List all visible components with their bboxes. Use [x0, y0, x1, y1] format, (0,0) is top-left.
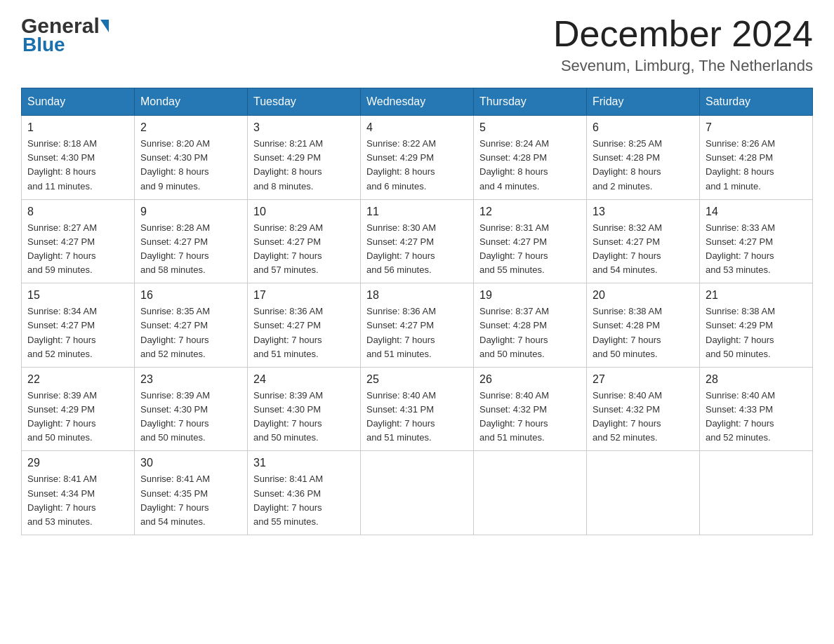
day-number: 6 — [593, 121, 694, 134]
calendar-cell: 25Sunrise: 8:40 AMSunset: 4:31 PMDayligh… — [361, 367, 474, 451]
day-number: 28 — [706, 373, 807, 386]
calendar-table: SundayMondayTuesdayWednesdayThursdayFrid… — [21, 88, 813, 535]
day-info: Sunrise: 8:40 AMSunset: 4:32 PMDaylight:… — [479, 390, 549, 443]
day-info: Sunrise: 8:33 AMSunset: 4:27 PMDaylight:… — [706, 222, 775, 275]
day-number: 26 — [479, 373, 581, 386]
day-info: Sunrise: 8:40 AMSunset: 4:31 PMDaylight:… — [366, 390, 436, 443]
calendar-cell: 13Sunrise: 8:32 AMSunset: 4:27 PMDayligh… — [587, 199, 700, 283]
logo-blue-text: Blue — [21, 35, 65, 55]
day-info: Sunrise: 8:34 AMSunset: 4:27 PMDaylight:… — [27, 306, 97, 358]
day-number: 30 — [140, 457, 241, 469]
day-number: 27 — [593, 373, 694, 386]
day-info: Sunrise: 8:36 AMSunset: 4:27 PMDaylight:… — [253, 306, 323, 358]
calendar-cell: 31Sunrise: 8:41 AMSunset: 4:36 PMDayligh… — [248, 451, 361, 535]
day-info: Sunrise: 8:38 AMSunset: 4:28 PMDaylight:… — [593, 306, 662, 358]
day-number: 19 — [479, 289, 581, 302]
calendar-cell: 29Sunrise: 8:41 AMSunset: 4:34 PMDayligh… — [22, 451, 135, 535]
calendar-cell: 20Sunrise: 8:38 AMSunset: 4:28 PMDayligh… — [587, 283, 700, 368]
day-number: 20 — [593, 289, 694, 302]
day-info: Sunrise: 8:38 AMSunset: 4:29 PMDaylight:… — [706, 306, 775, 358]
calendar-cell: 19Sunrise: 8:37 AMSunset: 4:28 PMDayligh… — [474, 283, 587, 368]
day-info: Sunrise: 8:26 AMSunset: 4:28 PMDaylight:… — [706, 138, 775, 191]
calendar-cell: 12Sunrise: 8:31 AMSunset: 4:27 PMDayligh… — [474, 199, 587, 283]
day-info: Sunrise: 8:21 AMSunset: 4:29 PMDaylight:… — [253, 138, 323, 191]
day-info: Sunrise: 8:28 AMSunset: 4:27 PMDaylight:… — [140, 222, 210, 275]
day-number: 10 — [253, 206, 355, 218]
calendar-cell: 16Sunrise: 8:35 AMSunset: 4:27 PMDayligh… — [135, 283, 248, 368]
day-info: Sunrise: 8:39 AMSunset: 4:29 PMDaylight:… — [27, 390, 97, 443]
logo: General Blue — [21, 14, 109, 55]
calendar-cell: 24Sunrise: 8:39 AMSunset: 4:30 PMDayligh… — [248, 367, 361, 451]
calendar-cell: 15Sunrise: 8:34 AMSunset: 4:27 PMDayligh… — [22, 283, 135, 368]
day-number: 17 — [253, 289, 355, 302]
day-info: Sunrise: 8:40 AMSunset: 4:32 PMDaylight:… — [593, 390, 662, 443]
day-number: 1 — [27, 121, 128, 134]
day-info: Sunrise: 8:39 AMSunset: 4:30 PMDaylight:… — [140, 390, 210, 443]
day-info: Sunrise: 8:29 AMSunset: 4:27 PMDaylight:… — [253, 222, 323, 275]
day-info: Sunrise: 8:32 AMSunset: 4:27 PMDaylight:… — [593, 222, 662, 275]
logo-arrow-icon — [100, 20, 109, 32]
calendar-cell: 2Sunrise: 8:20 AMSunset: 4:30 PMDaylight… — [135, 116, 248, 200]
calendar-week-row: 8Sunrise: 8:27 AMSunset: 4:27 PMDaylight… — [22, 199, 813, 283]
calendar-cell — [587, 451, 700, 535]
calendar-header-saturday: Saturday — [700, 88, 813, 116]
day-number: 5 — [479, 121, 581, 134]
calendar-cell: 21Sunrise: 8:38 AMSunset: 4:29 PMDayligh… — [700, 283, 813, 368]
day-number: 18 — [366, 289, 468, 302]
subtitle: Sevenum, Limburg, The Netherlands — [553, 57, 813, 75]
calendar-cell: 14Sunrise: 8:33 AMSunset: 4:27 PMDayligh… — [700, 199, 813, 283]
calendar-week-row: 15Sunrise: 8:34 AMSunset: 4:27 PMDayligh… — [22, 283, 813, 368]
calendar-cell: 27Sunrise: 8:40 AMSunset: 4:32 PMDayligh… — [587, 367, 700, 451]
day-number: 9 — [140, 206, 241, 218]
day-info: Sunrise: 8:35 AMSunset: 4:27 PMDaylight:… — [140, 306, 210, 358]
day-info: Sunrise: 8:18 AMSunset: 4:30 PMDaylight:… — [27, 138, 97, 191]
day-number: 22 — [27, 373, 128, 386]
calendar-cell: 9Sunrise: 8:28 AMSunset: 4:27 PMDaylight… — [135, 199, 248, 283]
calendar-cell: 1Sunrise: 8:18 AMSunset: 4:30 PMDaylight… — [22, 116, 135, 200]
calendar-week-row: 22Sunrise: 8:39 AMSunset: 4:29 PMDayligh… — [22, 367, 813, 451]
day-info: Sunrise: 8:31 AMSunset: 4:27 PMDaylight:… — [479, 222, 549, 275]
day-info: Sunrise: 8:22 AMSunset: 4:29 PMDaylight:… — [366, 138, 436, 191]
calendar-week-row: 1Sunrise: 8:18 AMSunset: 4:30 PMDaylight… — [22, 116, 813, 200]
calendar-cell: 26Sunrise: 8:40 AMSunset: 4:32 PMDayligh… — [474, 367, 587, 451]
calendar-cell — [474, 451, 587, 535]
calendar-cell: 7Sunrise: 8:26 AMSunset: 4:28 PMDaylight… — [700, 116, 813, 200]
day-info: Sunrise: 8:41 AMSunset: 4:34 PMDaylight:… — [27, 474, 97, 526]
day-number: 29 — [27, 457, 128, 469]
day-info: Sunrise: 8:40 AMSunset: 4:33 PMDaylight:… — [706, 390, 775, 443]
day-number: 13 — [593, 206, 694, 218]
calendar-cell: 17Sunrise: 8:36 AMSunset: 4:27 PMDayligh… — [248, 283, 361, 368]
day-info: Sunrise: 8:39 AMSunset: 4:30 PMDaylight:… — [253, 390, 323, 443]
day-number: 4 — [366, 121, 468, 134]
day-info: Sunrise: 8:41 AMSunset: 4:36 PMDaylight:… — [253, 474, 323, 526]
calendar-cell: 28Sunrise: 8:40 AMSunset: 4:33 PMDayligh… — [700, 367, 813, 451]
calendar-header-monday: Monday — [135, 88, 248, 116]
day-info: Sunrise: 8:27 AMSunset: 4:27 PMDaylight:… — [27, 222, 97, 275]
calendar-cell: 5Sunrise: 8:24 AMSunset: 4:28 PMDaylight… — [474, 116, 587, 200]
calendar-cell: 6Sunrise: 8:25 AMSunset: 4:28 PMDaylight… — [587, 116, 700, 200]
calendar-header-thursday: Thursday — [474, 88, 587, 116]
page-header: General Blue December 2024 Sevenum, Limb… — [21, 14, 813, 75]
calendar-cell: 23Sunrise: 8:39 AMSunset: 4:30 PMDayligh… — [135, 367, 248, 451]
calendar-cell: 30Sunrise: 8:41 AMSunset: 4:35 PMDayligh… — [135, 451, 248, 535]
calendar-header-wednesday: Wednesday — [361, 88, 474, 116]
day-info: Sunrise: 8:24 AMSunset: 4:28 PMDaylight:… — [479, 138, 549, 191]
day-info: Sunrise: 8:30 AMSunset: 4:27 PMDaylight:… — [366, 222, 436, 275]
main-title: December 2024 — [553, 14, 813, 54]
day-number: 24 — [253, 373, 355, 386]
day-info: Sunrise: 8:37 AMSunset: 4:28 PMDaylight:… — [479, 306, 549, 358]
day-number: 2 — [140, 121, 241, 134]
calendar-header-friday: Friday — [587, 88, 700, 116]
calendar-cell: 10Sunrise: 8:29 AMSunset: 4:27 PMDayligh… — [248, 199, 361, 283]
day-number: 12 — [479, 206, 581, 218]
calendar-cell: 18Sunrise: 8:36 AMSunset: 4:27 PMDayligh… — [361, 283, 474, 368]
day-number: 14 — [706, 206, 807, 218]
calendar-cell — [700, 451, 813, 535]
day-number: 31 — [253, 457, 355, 469]
calendar-cell: 22Sunrise: 8:39 AMSunset: 4:29 PMDayligh… — [22, 367, 135, 451]
day-number: 16 — [140, 289, 241, 302]
day-info: Sunrise: 8:41 AMSunset: 4:35 PMDaylight:… — [140, 474, 210, 526]
day-number: 3 — [253, 121, 355, 134]
day-info: Sunrise: 8:25 AMSunset: 4:28 PMDaylight:… — [593, 138, 662, 191]
calendar-cell: 11Sunrise: 8:30 AMSunset: 4:27 PMDayligh… — [361, 199, 474, 283]
